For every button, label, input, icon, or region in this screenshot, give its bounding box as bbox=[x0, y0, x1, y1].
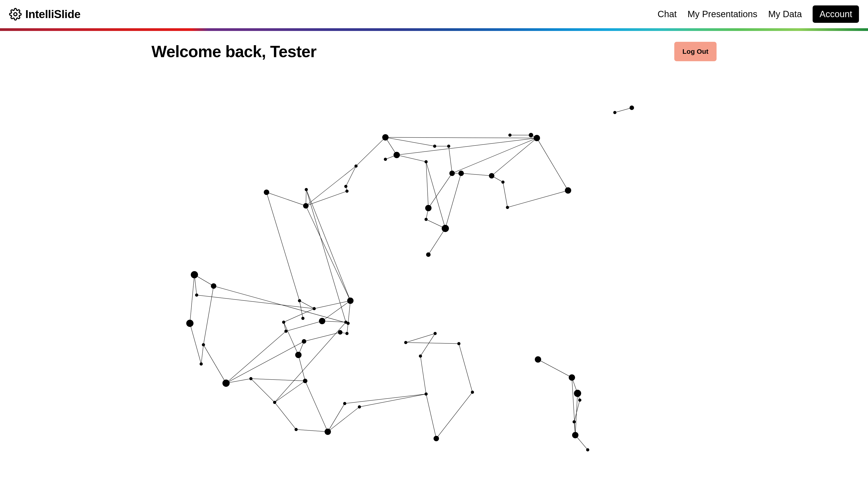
graph-edge bbox=[306, 206, 350, 301]
graph-node[interactable] bbox=[313, 307, 316, 310]
graph-edge bbox=[204, 286, 214, 345]
graph-node[interactable] bbox=[425, 160, 428, 163]
logout-button[interactable]: Log Out bbox=[674, 42, 717, 61]
graph-node[interactable] bbox=[394, 152, 400, 158]
graph-node[interactable] bbox=[508, 133, 512, 137]
graph-edge bbox=[503, 182, 507, 207]
graph-node[interactable] bbox=[433, 144, 436, 148]
graph-edge bbox=[190, 275, 194, 323]
graph-edge bbox=[449, 146, 452, 173]
graph-node[interactable] bbox=[264, 190, 269, 195]
graph-node[interactable] bbox=[222, 380, 230, 387]
graph-edge bbox=[275, 322, 346, 402]
graph-node[interactable] bbox=[302, 339, 306, 344]
graph-node[interactable] bbox=[303, 379, 307, 383]
graph-node[interactable] bbox=[586, 448, 589, 451]
graph-edge bbox=[298, 355, 305, 381]
nav-data[interactable]: My Data bbox=[768, 9, 802, 19]
graph-node[interactable] bbox=[345, 190, 348, 193]
graph-node[interactable] bbox=[535, 356, 541, 363]
graph-node[interactable] bbox=[629, 105, 634, 110]
graph-edge bbox=[428, 173, 452, 208]
graph-edge bbox=[575, 393, 578, 435]
graph-node[interactable] bbox=[338, 330, 342, 335]
graph-edge bbox=[537, 138, 568, 191]
graph-node[interactable] bbox=[345, 332, 348, 335]
graph-node[interactable] bbox=[303, 203, 309, 208]
graph-node[interactable] bbox=[298, 299, 301, 302]
graph-node[interactable] bbox=[489, 173, 494, 178]
nav-chat[interactable]: Chat bbox=[657, 9, 677, 19]
graph-node[interactable] bbox=[419, 355, 422, 358]
graph-node[interactable] bbox=[384, 158, 387, 161]
graph-edge bbox=[300, 301, 303, 318]
graph-node[interactable] bbox=[284, 330, 287, 333]
graph-edge bbox=[197, 295, 314, 308]
graph-node[interactable] bbox=[324, 429, 331, 435]
graph-edge bbox=[275, 381, 305, 402]
brand[interactable]: IntelliSlide bbox=[9, 8, 81, 21]
graph-node[interactable] bbox=[282, 321, 285, 324]
graph-edge bbox=[284, 322, 298, 355]
graph-edge bbox=[461, 173, 492, 176]
graph-node[interactable] bbox=[295, 352, 302, 358]
network-graph[interactable] bbox=[151, 66, 717, 473]
graph-node[interactable] bbox=[425, 205, 432, 211]
gear-icon bbox=[9, 8, 22, 21]
graph-node[interactable] bbox=[346, 322, 350, 325]
graph-node[interactable] bbox=[471, 391, 474, 394]
graph-edge bbox=[267, 192, 300, 301]
graph-node[interactable] bbox=[211, 283, 216, 289]
graph-edge bbox=[306, 191, 347, 206]
graph-edge bbox=[204, 345, 226, 383]
graph-node[interactable] bbox=[572, 432, 579, 438]
graph-node[interactable] bbox=[442, 225, 449, 232]
graph-node[interactable] bbox=[305, 188, 308, 191]
graph-node[interactable] bbox=[301, 317, 305, 320]
nav-account[interactable]: Account bbox=[813, 5, 859, 23]
graph-node[interactable] bbox=[457, 342, 460, 345]
graph-node[interactable] bbox=[529, 133, 533, 137]
graph-node[interactable] bbox=[344, 185, 347, 188]
graph-node[interactable] bbox=[358, 405, 361, 409]
graph-node[interactable] bbox=[404, 341, 407, 344]
graph-edge bbox=[306, 190, 350, 301]
accent-divider bbox=[0, 28, 868, 31]
graph-node[interactable] bbox=[565, 187, 571, 194]
graph-edge bbox=[492, 138, 537, 176]
graph-node[interactable] bbox=[425, 218, 428, 221]
graph-node[interactable] bbox=[447, 144, 450, 148]
graph-node[interactable] bbox=[319, 318, 325, 324]
graph-node[interactable] bbox=[186, 320, 193, 327]
graph-node[interactable] bbox=[572, 420, 576, 423]
nav-presentations[interactable]: My Presentations bbox=[688, 9, 757, 19]
graph-node[interactable] bbox=[195, 293, 198, 297]
graph-node[interactable] bbox=[382, 134, 389, 140]
graph-node[interactable] bbox=[343, 402, 346, 405]
graph-node[interactable] bbox=[202, 343, 205, 346]
graph-node[interactable] bbox=[458, 170, 464, 176]
graph-node[interactable] bbox=[534, 135, 540, 141]
graph-node[interactable] bbox=[574, 390, 581, 397]
graph-node[interactable] bbox=[434, 332, 437, 335]
graph-node[interactable] bbox=[347, 297, 353, 304]
graph-node[interactable] bbox=[426, 252, 431, 257]
graph-node[interactable] bbox=[501, 181, 504, 184]
graph-node[interactable] bbox=[294, 428, 298, 431]
graph-edge bbox=[251, 379, 275, 402]
graph-node[interactable] bbox=[273, 401, 276, 404]
graph-edge bbox=[348, 301, 350, 323]
graph-node[interactable] bbox=[425, 392, 428, 396]
graph-node[interactable] bbox=[450, 170, 455, 176]
graph-node[interactable] bbox=[434, 436, 439, 441]
graph-node[interactable] bbox=[569, 375, 575, 381]
graph-node[interactable] bbox=[354, 164, 358, 168]
graph-node[interactable] bbox=[199, 362, 203, 365]
graph-node[interactable] bbox=[506, 206, 509, 209]
graph-node[interactable] bbox=[613, 111, 616, 114]
graph-node[interactable] bbox=[249, 377, 252, 380]
graph-node[interactable] bbox=[578, 398, 581, 402]
graph-edge bbox=[346, 166, 356, 186]
graph-edge bbox=[226, 379, 251, 383]
graph-node[interactable] bbox=[191, 271, 198, 278]
